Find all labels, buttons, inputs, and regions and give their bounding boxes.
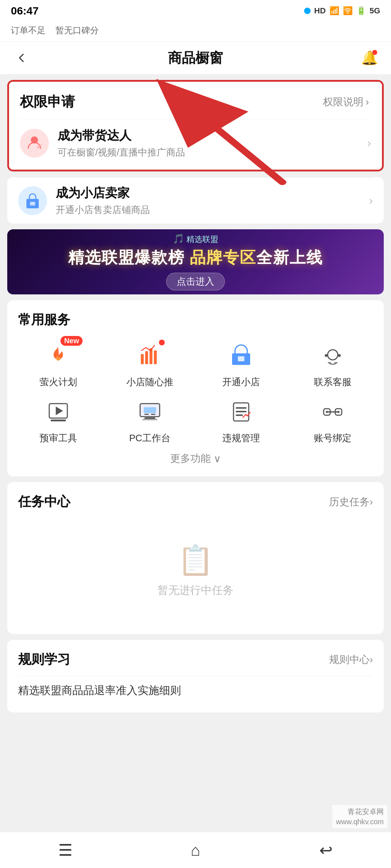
violation-label: 违规管理 [222,432,260,444]
permission-link[interactable]: 权限说明 › [323,95,371,109]
svg-rect-18 [144,414,149,415]
huofire-icon: New [42,340,75,372]
bell-notification-dot [372,50,377,55]
seller-subtitle: 开通小店售卖店铺商品 [56,204,369,216]
promotion-banner[interactable]: 🎵 精选联盟 精选联盟爆款榜 品牌专区全新上线 点击进入 [7,229,384,294]
support-label: 联系客服 [314,376,352,388]
status-time: 06:47 [11,5,39,17]
permission-header: 权限申请 权限说明 › [20,93,371,111]
watermark-line1: 青花安卓网 [336,807,384,817]
seller-title: 成为小店卖家 [56,185,369,201]
notification-bell-button[interactable]: 🔔 [358,47,380,69]
menu-icon: ☰ [58,841,72,859]
svg-rect-16 [142,419,157,420]
bind-label: 账号绑定 [314,432,352,444]
watermark-line2: www.qhkv.com [336,817,384,827]
influencer-title: 成为带货达人 [58,127,367,144]
influencer-chevron-icon: › [367,136,371,150]
home-icon: ⌂ [191,841,201,859]
seller-text: 成为小店卖家 开通小店售卖店铺商品 [56,185,369,216]
status-icons: HD 📶 🛜 🔋 5G [304,6,380,16]
services-grid: New 萤火计划 小店随心推 [14,340,377,444]
become-seller-item[interactable]: 成为小店卖家 开通小店售卖店铺商品 › [18,177,373,224]
red-dot-badge [159,340,165,345]
chevron-right-icon: › [366,96,369,108]
svg-point-9 [328,350,338,360]
preview-icon [42,396,75,428]
seller-icon [18,186,47,215]
hd-icon: HD [314,6,326,16]
signal-icon: 📶 [329,6,339,16]
rules-title: 规则学习 [18,651,70,668]
svg-rect-17 [144,407,156,413]
service-support-item[interactable]: 联系客服 [289,340,377,388]
banner-logo: 🎵 精选联盟 [68,233,323,245]
page-title: 商品橱窗 [168,49,223,67]
svg-point-27 [337,411,340,413]
svg-rect-22 [236,411,247,412]
bind-icon [316,396,349,428]
rules-item[interactable]: 精选联盟商品品退率准入实施细则 [18,676,373,705]
pc-icon [134,396,166,428]
banner-title: 精选联盟爆款榜 品牌专区全新上线 [68,247,323,268]
pc-label: PC工作台 [129,432,171,444]
fiveg-icon: 5G [370,6,380,16]
home-button[interactable]: ⌂ [181,836,210,865]
service-openstore-item[interactable]: 开通小店 [197,340,285,388]
svg-marker-11 [56,407,63,415]
service-preview-item[interactable]: 预审工具 [14,396,102,444]
service-bind-item[interactable]: 账号绑定 [289,396,377,444]
service-huofire-item[interactable]: New 萤火计划 [14,340,102,388]
services-section: 常用服务 New 萤火计划 [7,300,384,476]
notif-text1: 订单不足 [11,25,46,35]
svg-rect-23 [236,414,243,416]
task-empty-text: 暂无进行中任务 [157,583,234,598]
svg-rect-3 [141,354,144,364]
become-influencer-item[interactable]: 成为带货达人 可在橱窗/视频/直播中推广商品 › [20,120,371,166]
influencer-subtitle: 可在橱窗/视频/直播中推广商品 [58,146,367,159]
service-shopboost-item[interactable]: 小店随心推 [106,340,194,388]
banner-enter-button[interactable]: 点击进入 [166,273,225,290]
history-chevron-icon: › [370,496,373,508]
battery-icon: 🔋 [356,6,366,16]
task-header: 任务中心 历史任务 › [18,493,373,511]
task-empty-icon: 📋 [177,543,214,577]
menu-button[interactable]: ☰ [51,836,80,865]
chevron-down-icon: ∨ [214,453,221,465]
influencer-text: 成为带货达人 可在橱窗/视频/直播中推广商品 [58,127,367,159]
rules-section: 规则学习 规则中心 › 精选联盟商品品退率准入实施细则 [7,640,384,712]
status-bar: 06:47 HD 📶 🛜 🔋 5G [0,0,391,22]
new-badge: New [60,336,83,346]
support-icon [316,340,349,372]
service-violation-item[interactable]: 违规管理 [197,396,285,444]
rules-chevron-icon: › [370,654,373,665]
openstore-label: 开通小店 [222,376,260,388]
header: 商品橱窗 🔔 [0,42,391,74]
watermark: 青花安卓网 www.qhkv.com [332,805,387,828]
svg-rect-2 [30,202,35,205]
svg-rect-12 [51,420,66,421]
bottom-navigation: ☰ ⌂ ↩ [0,832,391,868]
svg-rect-21 [236,407,247,409]
seller-chevron-icon: › [369,194,373,207]
influencer-icon [20,129,49,158]
task-history-link[interactable]: 历史任务 › [329,495,373,509]
service-pc-item[interactable]: PC工作台 [106,396,194,444]
notif-text2: 暂无口碑分 [55,25,99,35]
permission-title: 权限申请 [20,93,75,111]
notification-dot [304,8,311,14]
openstore-icon [225,340,257,372]
svg-rect-19 [151,414,155,415]
svg-rect-6 [154,350,157,364]
more-functions-button[interactable]: 更多功能 ∨ [14,444,377,469]
back-nav-icon: ↩ [319,841,333,859]
task-center-section: 任务中心 历史任务 › 📋 暂无进行中任务 [7,482,384,634]
banner-content: 🎵 精选联盟 精选联盟爆款榜 品牌专区全新上线 点击进入 [68,233,323,290]
rules-center-link[interactable]: 规则中心 › [329,653,373,667]
task-empty-state: 📋 暂无进行中任务 [18,522,373,620]
back-button[interactable] [11,47,33,69]
huofire-label: 萤火计划 [39,376,77,388]
shopboost-label: 小店随心推 [126,376,173,388]
seller-card: 成为小店卖家 开通小店售卖店铺商品 › [7,177,384,224]
back-nav-button[interactable]: ↩ [311,836,340,865]
